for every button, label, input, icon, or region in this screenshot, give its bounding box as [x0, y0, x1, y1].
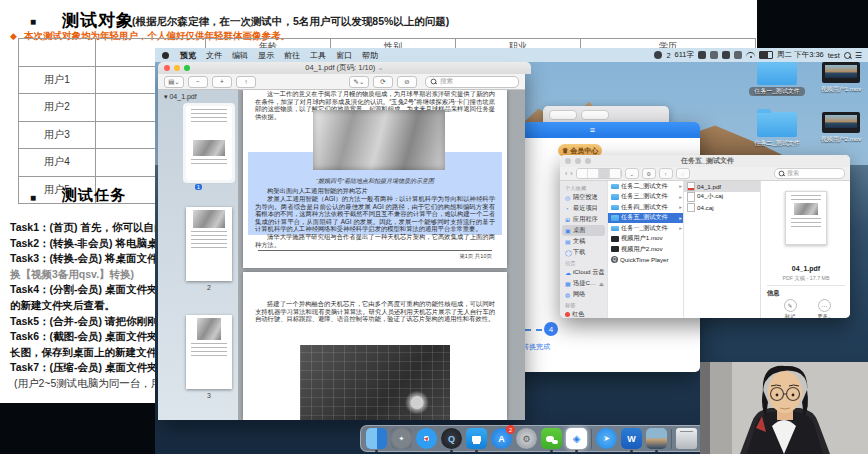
desktop-icon-label: 视频用户2.mov [813, 135, 868, 144]
battery-icon[interactable] [759, 51, 773, 59]
menu-help[interactable]: 帮助 [357, 50, 383, 61]
menu-bar: 预览 文件 编辑 显示 前往 工具 窗口 帮助 2 611字 周二 下午3:36… [155, 48, 868, 62]
sidebar-item-recents[interactable]: ◔最近项目 [560, 203, 607, 214]
sidebar-item-applications[interactable]: ⊞应用程序 [560, 214, 607, 225]
user-name[interactable]: test [828, 51, 840, 60]
dock-word-icon[interactable]: W [621, 428, 642, 449]
status-app-icon[interactable] [710, 51, 718, 59]
chevron-down-icon[interactable]: ⌄ [377, 63, 383, 72]
rotate-button[interactable]: ⟳ [373, 76, 393, 88]
page-2-thumbnail[interactable] [186, 207, 232, 281]
zoom-out-button[interactable]: − [188, 76, 208, 88]
dock-launchpad-icon[interactable]: ✦ [391, 428, 412, 449]
finder-search-field[interactable]: 搜索 [774, 168, 845, 179]
folder-icon [611, 205, 619, 211]
view-mode-segmented-control[interactable] [576, 168, 622, 179]
tag-action-button[interactable]: ✎ 标记 [775, 299, 805, 318]
status-app-icon[interactable] [698, 51, 706, 59]
share-button[interactable]: ↑ [659, 168, 673, 179]
finder-row-quicktime[interactable]: QQuickTime Player [608, 255, 684, 266]
action-label: 标记 [785, 313, 796, 318]
sidebar-item-downloads[interactable]: ◯下载 [560, 247, 607, 258]
finder-titlebar[interactable]: 任务五_测试文件 [560, 155, 850, 167]
menu-preview[interactable]: 预览 [175, 50, 201, 61]
control-center-icon[interactable]: ☰ [855, 51, 862, 60]
finder-row-folder[interactable]: 任务三_测试文件▸ [608, 192, 684, 203]
finder-row-movie[interactable]: 视频用户1.mov [608, 234, 684, 245]
sidebar-item-airdrop[interactable]: ◎隔空投送 [560, 192, 607, 203]
dock-pdf-converter-icon[interactable]: ◈ [566, 428, 587, 449]
gallery-view-button[interactable] [610, 169, 621, 178]
action-gear-button[interactable]: ⚙ [642, 168, 656, 179]
dock: ✦ ➤ Q A2 ⚙ ◈ ➤ W [360, 425, 708, 452]
list-view-button[interactable] [588, 169, 599, 178]
eject-icon[interactable]: ⏏ [599, 281, 607, 287]
sidebar-doc-label[interactable]: ▾ 04_1.pdf [158, 90, 238, 101]
menu-file[interactable]: 文件 [201, 50, 227, 61]
finder-row-caj[interactable]: 04.caj [684, 202, 761, 213]
finder-row-folder[interactable]: 任务一_测试文件▸ [608, 223, 684, 234]
sidebar-item-disk[interactable]: ▦迅捷C…⏏ [560, 278, 607, 289]
back-button[interactable]: ‹ [565, 170, 567, 177]
desktop-icon-folder-task2[interactable]: 任务二_测试文件 [757, 112, 805, 148]
status-circle-icon[interactable] [654, 51, 662, 59]
zoom-in-button[interactable]: + [212, 76, 232, 88]
dock-mail-icon[interactable]: ➤ [596, 428, 617, 449]
dock-finder-icon[interactable] [366, 428, 387, 449]
page-1-thumbnail[interactable] [186, 106, 232, 180]
status-app-icon[interactable] [722, 51, 730, 59]
sidebar-label: 下载 [573, 248, 585, 257]
sidebar-item-network[interactable]: ◍网络 [560, 289, 607, 300]
dock-photos-icon[interactable] [646, 428, 667, 449]
preview-titlebar[interactable]: 04_1.pdf (页码: 1/10) ⌄ [158, 62, 531, 74]
dock-safari-icon[interactable]: ➤ [416, 428, 437, 449]
more-action-button[interactable]: ⋯ 更多.. [809, 299, 839, 318]
preview-file-name: 04_1.pdf [761, 265, 850, 272]
spotlight-search-icon[interactable] [844, 52, 851, 59]
dock-quicktime-icon[interactable]: Q [441, 428, 462, 449]
column-view-button[interactable] [599, 169, 610, 178]
page-3-thumbnail[interactable] [186, 315, 232, 389]
markup-pencil-button[interactable]: ✎⌄ [349, 76, 369, 88]
dock-trash-icon[interactable] [676, 428, 697, 449]
share-button[interactable]: ↑ [236, 76, 256, 88]
dock-keynote-icon[interactable] [466, 428, 487, 449]
dock-separator [671, 429, 672, 449]
sidebar-item-documents[interactable]: ▤文稿 [560, 236, 607, 247]
sidebar-tag-red[interactable]: 红色 [560, 309, 607, 318]
thumbnail-image [794, 203, 818, 215]
camera-status-icon[interactable] [734, 51, 742, 59]
group-dropdown-button[interactable]: ⌄ [625, 168, 639, 179]
preview-content-area[interactable]: 这一工作的意义在于揭示了月幔的物质组成，为月球早期岩浆洋研究提供了新的内在条件，… [238, 90, 525, 420]
apple-logo-icon[interactable] [162, 52, 169, 59]
desktop-icon-movie2[interactable]: 视频用户2.mov [822, 112, 868, 144]
finder-row-caj[interactable]: 04_小.caj [684, 192, 761, 203]
wifi-icon[interactable] [746, 52, 755, 59]
menu-view[interactable]: 显示 [253, 50, 279, 61]
finder-row-movie[interactable]: 视频用户2.mov [608, 244, 684, 255]
sidebar-item-icloud[interactable]: ☁iCloud 云盘 [560, 267, 607, 278]
menu-window[interactable]: 窗口 [331, 50, 357, 61]
forward-button[interactable]: › [570, 170, 572, 177]
clock-text[interactable]: 周二 下午3:36 [777, 50, 824, 60]
dock-wechat-icon[interactable] [541, 428, 562, 449]
finder-row-folder-selected[interactable]: 任务五_测试文件▸ [608, 213, 684, 224]
finder-row-pdf-selected[interactable]: 04_1.pdf [684, 181, 761, 192]
icon-view-button[interactable] [577, 169, 588, 178]
tags-button[interactable]: ◌ [676, 168, 690, 179]
highlight-button[interactable]: ⊘ [397, 76, 417, 88]
sidebar-item-desktop[interactable]: ▣桌面 [562, 225, 605, 236]
finder-row-folder[interactable]: 任务四_测试文件▸ [608, 202, 684, 213]
menu-go[interactable]: 前往 [279, 50, 305, 61]
quicktime-icon: Q [611, 256, 618, 263]
desktop-icon-movie1[interactable]: 视频用户1.mov [822, 62, 868, 94]
dock-settings-icon[interactable]: ⚙ [516, 428, 537, 449]
menu-tools[interactable]: 工具 [305, 50, 331, 61]
preview-search-field[interactable]: 搜索 [425, 76, 519, 88]
sidebar-toggle-button[interactable]: ▤⌄ [164, 76, 184, 88]
dock-appstore-icon[interactable]: A2 [491, 428, 512, 449]
hamburger-menu-icon[interactable]: ≡ [590, 125, 595, 135]
finder-row-folder[interactable]: 任务二_测试文件▸ [608, 181, 684, 192]
menu-edit[interactable]: 编辑 [227, 50, 253, 61]
desktop-icon-folder-task1[interactable]: 任务一_测试文件 [757, 60, 805, 96]
